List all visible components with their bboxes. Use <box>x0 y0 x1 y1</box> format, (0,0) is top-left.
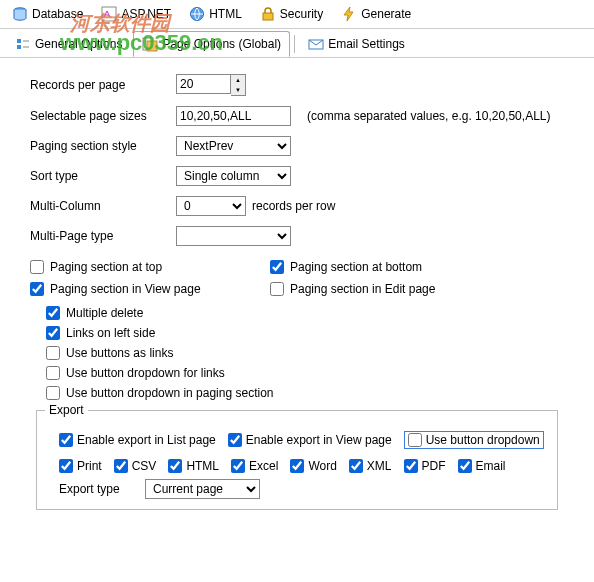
svg-rect-7 <box>147 41 157 51</box>
checkbox-enable-export-list[interactable] <box>59 433 73 447</box>
toolbar-database-label: Database <box>32 7 83 21</box>
sub-tabs: General Options Page Options (Global) Em… <box>0 29 594 58</box>
checkbox-enable-export-view[interactable] <box>228 433 242 447</box>
check-links-left[interactable]: Links on left side <box>46 326 564 340</box>
checkbox-use-button-dropdown[interactable] <box>408 433 422 447</box>
spin-up-icon[interactable]: ▲ <box>231 75 245 85</box>
checkbox-export-xml[interactable] <box>349 459 363 473</box>
checkbox-export-print[interactable] <box>59 459 73 473</box>
check-export-pdf[interactable]: PDF <box>404 459 446 473</box>
check-enable-export-view[interactable]: Enable export in View page <box>228 433 392 447</box>
tab-divider <box>294 35 295 53</box>
export-type-select[interactable]: Current page <box>145 479 260 499</box>
tab-email-label: Email Settings <box>328 37 405 51</box>
aspnet-icon <box>101 6 117 22</box>
multi-page-type-select[interactable] <box>176 226 291 246</box>
checkbox-export-word[interactable] <box>290 459 304 473</box>
svg-rect-5 <box>17 45 21 49</box>
toolbar-html-label: HTML <box>209 7 242 21</box>
check-export-excel[interactable]: Excel <box>231 459 278 473</box>
multi-column-label: Multi-Column <box>30 199 170 213</box>
tab-page-label: Page Options (Global) <box>162 37 281 51</box>
toolbar-database[interactable]: Database <box>6 4 89 24</box>
toolbar-security-label: Security <box>280 7 323 21</box>
lock-icon <box>260 6 276 22</box>
checkbox-export-pdf[interactable] <box>404 459 418 473</box>
toolbar-aspnet[interactable]: ASP.NET <box>95 4 177 24</box>
check-paging-top[interactable]: Paging section at top <box>30 260 270 274</box>
toolbar-generate[interactable]: Generate <box>335 4 417 24</box>
svg-rect-3 <box>263 13 273 20</box>
checkbox-paging-view[interactable] <box>30 282 44 296</box>
tab-general-options[interactable]: General Options <box>6 31 131 57</box>
checkbox-button-dropdown-links[interactable] <box>46 366 60 380</box>
paging-style-select[interactable]: NextPrev <box>176 136 291 156</box>
multi-column-suffix: records per row <box>252 199 335 213</box>
tab-page-options[interactable]: Page Options (Global) <box>133 31 290 57</box>
page-content: Records per page ▲ ▼ Selectable page siz… <box>0 58 594 526</box>
selectable-sizes-input[interactable] <box>176 106 291 126</box>
email-icon <box>308 36 324 52</box>
check-export-csv[interactable]: CSV <box>114 459 157 473</box>
check-export-print[interactable]: Print <box>59 459 102 473</box>
multi-page-type-label: Multi-Page type <box>30 229 170 243</box>
main-toolbar: Database ASP.NET HTML Security Generate <box>0 0 594 29</box>
lightning-icon <box>341 6 357 22</box>
checkbox-multiple-delete[interactable] <box>46 306 60 320</box>
multi-column-select[interactable]: 0 <box>176 196 246 216</box>
checkbox-paging-bottom[interactable] <box>270 260 284 274</box>
tab-email-settings[interactable]: Email Settings <box>299 31 414 57</box>
check-paging-bottom[interactable]: Paging section at bottom <box>270 260 510 274</box>
toolbar-generate-label: Generate <box>361 7 411 21</box>
check-button-dropdown-links[interactable]: Use button dropdown for links <box>46 366 564 380</box>
export-fieldset: Export Enable export in List page Enable… <box>36 410 558 510</box>
check-paging-edit[interactable]: Paging section in Edit page <box>270 282 510 296</box>
export-type-label: Export type <box>59 482 139 496</box>
checkbox-button-dropdown-paging[interactable] <box>46 386 60 400</box>
check-export-email[interactable]: Email <box>458 459 506 473</box>
checkbox-export-email[interactable] <box>458 459 472 473</box>
toolbar-aspnet-label: ASP.NET <box>121 7 171 21</box>
toolbar-security[interactable]: Security <box>254 4 329 24</box>
options-icon <box>15 36 31 52</box>
sort-type-label: Sort type <box>30 169 170 183</box>
svg-rect-4 <box>17 39 21 43</box>
paging-style-label: Paging section style <box>30 139 170 153</box>
records-per-page-input[interactable] <box>176 74 231 94</box>
records-per-page-label: Records per page <box>30 78 170 92</box>
html-icon <box>189 6 205 22</box>
selectable-sizes-hint: (comma separated values, e.g. 10,20,50,A… <box>307 109 550 123</box>
check-export-xml[interactable]: XML <box>349 459 392 473</box>
check-export-word[interactable]: Word <box>290 459 336 473</box>
checkbox-paging-edit[interactable] <box>270 282 284 296</box>
spin-down-icon[interactable]: ▼ <box>231 85 245 95</box>
tab-general-label: General Options <box>35 37 122 51</box>
checkbox-export-html[interactable] <box>168 459 182 473</box>
checkbox-export-excel[interactable] <box>231 459 245 473</box>
checkbox-buttons-as-links[interactable] <box>46 346 60 360</box>
checkbox-paging-top[interactable] <box>30 260 44 274</box>
export-legend: Export <box>45 403 88 417</box>
records-per-page-spinner[interactable]: ▲ ▼ <box>231 74 246 96</box>
page-options-icon <box>142 36 158 52</box>
selectable-sizes-label: Selectable page sizes <box>30 109 170 123</box>
check-buttons-as-links[interactable]: Use buttons as links <box>46 346 564 360</box>
check-paging-view[interactable]: Paging section in View page <box>30 282 270 296</box>
check-export-html[interactable]: HTML <box>168 459 219 473</box>
checkbox-export-csv[interactable] <box>114 459 128 473</box>
check-button-dropdown-paging[interactable]: Use button dropdown in paging section <box>46 386 564 400</box>
sort-type-select[interactable]: Single column <box>176 166 291 186</box>
database-icon <box>12 6 28 22</box>
toolbar-html[interactable]: HTML <box>183 4 248 24</box>
checkbox-links-left[interactable] <box>46 326 60 340</box>
check-use-button-dropdown[interactable]: Use button dropdown <box>404 431 544 449</box>
check-multiple-delete[interactable]: Multiple delete <box>46 306 564 320</box>
check-enable-export-list[interactable]: Enable export in List page <box>59 433 216 447</box>
